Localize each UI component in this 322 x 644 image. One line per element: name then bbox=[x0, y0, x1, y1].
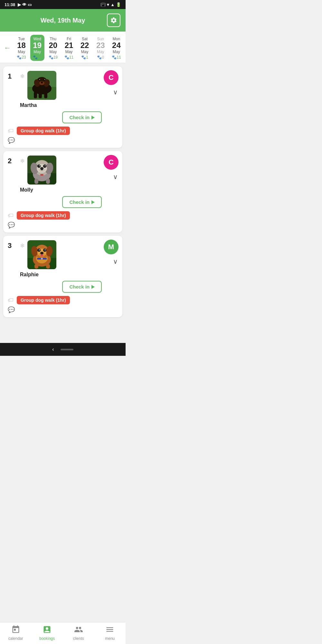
snowflake-icon-booking2: ❄ bbox=[20, 157, 25, 165]
svg-rect-31 bbox=[34, 179, 38, 184]
month-tue18: May bbox=[18, 50, 25, 54]
svg-point-47 bbox=[41, 254, 43, 256]
status-bar: 11:38 ▶ 👁 ▭ 📳 ▾ ▲ 🔋 bbox=[0, 0, 126, 9]
service-badge-booking1: Group dog walk (1hr) bbox=[17, 127, 70, 135]
svg-rect-50 bbox=[34, 264, 38, 269]
booking-number-booking3: 3 bbox=[8, 242, 17, 250]
vibrate-icon: 📳 bbox=[100, 2, 106, 7]
checkin-row-booking1: Check in bbox=[8, 111, 118, 123]
month-fri21: May bbox=[65, 50, 73, 54]
date-col-wed19[interactable]: Wed 19 May 🐾16 bbox=[30, 35, 44, 61]
checkin-button-booking1[interactable]: Check in bbox=[62, 111, 102, 123]
day-num-wed19: 19 bbox=[33, 41, 42, 50]
day-num-fri21: 21 bbox=[65, 41, 73, 50]
booking-number-booking1: 1 bbox=[8, 72, 17, 80]
snowflake-icon-booking3: ❄ bbox=[20, 242, 25, 249]
svg-point-11 bbox=[39, 79, 40, 80]
status-icons-area: 📳 ▾ ▲ 🔋 bbox=[100, 2, 121, 7]
day-name-sat22: Sat bbox=[82, 37, 88, 41]
signal-icon: ▲ bbox=[110, 2, 115, 7]
month-mon24: May bbox=[113, 50, 120, 54]
svg-point-29 bbox=[45, 166, 46, 166]
system-nav-bar: ‹ bbox=[0, 343, 126, 356]
date-col-thu20[interactable]: Thu 20 May 🐾19 bbox=[46, 35, 60, 61]
day-name-tue18: Tue bbox=[18, 37, 24, 41]
back-arrow-button[interactable]: ← bbox=[1, 44, 14, 52]
play-icon-booking1 bbox=[91, 116, 95, 119]
dog-name-booking3: Ralphie bbox=[20, 272, 118, 278]
booking-card-booking2: 2 ❄ bbox=[3, 151, 122, 232]
chevron-button-booking2[interactable]: ∨ bbox=[113, 173, 118, 181]
svg-rect-15 bbox=[44, 92, 47, 98]
play-icon-booking2 bbox=[91, 200, 95, 204]
comment-row-booking1: 💬 bbox=[8, 137, 118, 144]
checkin-button-booking2[interactable]: Check in bbox=[62, 196, 102, 208]
comment-icon-booking3: 💬 bbox=[8, 306, 15, 313]
system-home-pill[interactable] bbox=[61, 349, 73, 350]
svg-point-46 bbox=[45, 250, 46, 251]
service-row-booking2: 🏷 Group dog walk (1hr) bbox=[8, 211, 118, 220]
system-back-button[interactable]: ‹ bbox=[52, 346, 54, 352]
svg-point-10 bbox=[43, 79, 45, 81]
svg-point-49 bbox=[41, 258, 43, 260]
service-badge-booking3: Group dog walk (1hr) bbox=[17, 296, 70, 304]
checkin-button-booking3[interactable]: Check in bbox=[62, 281, 102, 293]
svg-rect-14 bbox=[39, 92, 42, 98]
card-top-booking1: 1 ❄ bbox=[8, 71, 118, 100]
date-col-sun23[interactable]: Sun 23 May 🐾0 bbox=[93, 35, 108, 61]
booking-number-booking2: 2 bbox=[8, 157, 17, 165]
date-col-sat22[interactable]: Sat 22 May 🐾1 bbox=[78, 35, 92, 61]
svg-rect-32 bbox=[46, 179, 50, 184]
booking-card-booking1: 1 ❄ bbox=[3, 66, 122, 148]
day-name-mon24: Mon bbox=[113, 37, 120, 41]
bookings-list: 1 ❄ bbox=[0, 63, 126, 343]
month-thu20: May bbox=[50, 50, 57, 54]
paw-count-fri21: 🐾11 bbox=[64, 55, 73, 60]
service-row-booking1: 🏷 Group dog walk (1hr) bbox=[8, 127, 118, 135]
dog-photo-booking3 bbox=[27, 240, 56, 269]
wifi-icon: ▾ bbox=[107, 2, 109, 7]
tag-icon-booking3: 🏷 bbox=[8, 297, 14, 304]
day-num-sat22: 22 bbox=[80, 41, 89, 50]
comment-row-booking2: 💬 bbox=[8, 222, 118, 229]
checkin-row-booking3: Check in bbox=[8, 281, 118, 293]
date-col-fri21[interactable]: Fri 21 May 🐾11 bbox=[62, 35, 76, 61]
day-name-sun23: Sun bbox=[97, 37, 104, 41]
paw-count-sun23: 🐾0 bbox=[97, 55, 104, 60]
svg-rect-30 bbox=[40, 174, 43, 175]
date-col-tue18[interactable]: Tue 18 May 🐾23 bbox=[14, 35, 29, 61]
day-num-mon24: 24 bbox=[112, 41, 121, 50]
comment-row-booking3: 💬 bbox=[8, 306, 118, 313]
app-header: Wed, 19th May bbox=[0, 9, 126, 32]
service-badge-booking2: Group dog walk (1hr) bbox=[17, 211, 70, 220]
chevron-button-booking3[interactable]: ∨ bbox=[113, 258, 118, 265]
status-time-area: 11:38 ▶ 👁 ▭ bbox=[5, 2, 32, 7]
month-sat22: May bbox=[81, 50, 89, 54]
svg-point-25 bbox=[40, 167, 43, 170]
settings-button[interactable] bbox=[107, 14, 120, 27]
gear-icon bbox=[110, 17, 117, 24]
date-picker: ← Tue 18 May 🐾23 Wed 19 May 🐾16 Thu 20 M… bbox=[0, 32, 126, 63]
comment-icon-booking1: 💬 bbox=[8, 137, 15, 144]
day-num-sun23: 23 bbox=[96, 41, 105, 50]
date-col-mon24[interactable]: Mon 24 May 🐾11 bbox=[109, 35, 123, 61]
booking-card-booking3: 3 ❄ bbox=[3, 236, 122, 317]
spy-icon: 👁 bbox=[22, 2, 26, 7]
svg-point-8 bbox=[41, 81, 43, 83]
day-name-thu20: Thu bbox=[50, 37, 57, 41]
day-num-thu20: 20 bbox=[49, 41, 57, 50]
month-wed19: May bbox=[33, 50, 41, 54]
day-num-tue18: 18 bbox=[17, 41, 26, 50]
card-top-booking2: 2 ❄ bbox=[8, 156, 118, 185]
day-name-fri21: Fri bbox=[67, 37, 71, 41]
chevron-button-booking1[interactable]: ∨ bbox=[113, 88, 118, 96]
svg-point-42 bbox=[40, 252, 43, 254]
svg-rect-51 bbox=[46, 264, 50, 269]
snowflake-icon-booking1: ❄ bbox=[20, 73, 25, 80]
paw-count-thu20: 🐾19 bbox=[49, 55, 58, 60]
paw-count-sat22: 🐾1 bbox=[81, 55, 88, 60]
tag-icon-booking1: 🏷 bbox=[8, 128, 14, 134]
dog-name-booking1: Martha bbox=[20, 102, 118, 108]
service-row-booking3: 🏷 Group dog walk (1hr) bbox=[8, 296, 118, 304]
card-top-booking3: 3 ❄ bbox=[8, 240, 118, 269]
